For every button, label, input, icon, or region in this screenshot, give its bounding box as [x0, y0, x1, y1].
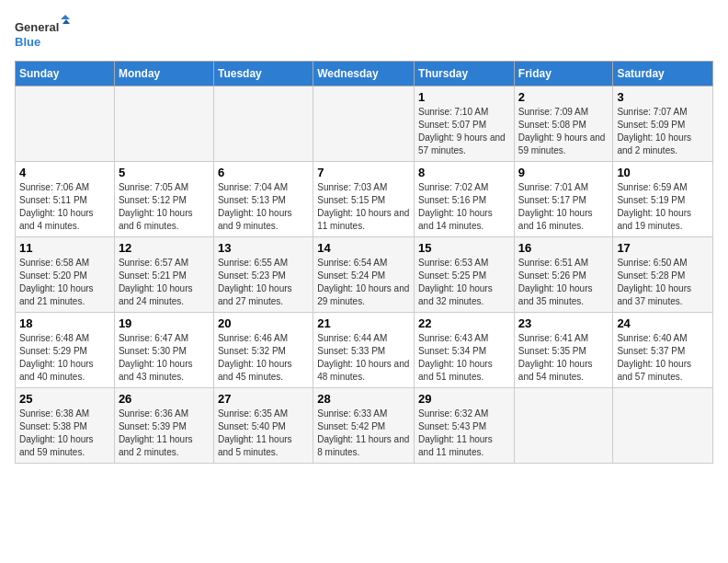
day-info: Sunrise: 6:40 AMSunset: 5:37 PMDaylight:… — [617, 332, 709, 384]
day-header-monday: Monday — [114, 62, 213, 86]
calendar-cell: 18Sunrise: 6:48 AMSunset: 5:29 PMDayligh… — [16, 313, 115, 388]
day-number: 2 — [518, 90, 609, 104]
day-number: 1 — [418, 90, 510, 104]
calendar-cell: 1Sunrise: 7:10 AMSunset: 5:07 PMDaylight… — [415, 86, 515, 162]
calendar-cell: 4Sunrise: 7:06 AMSunset: 5:11 PMDaylight… — [16, 162, 115, 237]
day-info: Sunrise: 6:54 AMSunset: 5:24 PMDaylight:… — [317, 257, 410, 308]
calendar-cell: 14Sunrise: 6:54 AMSunset: 5:24 PMDayligh… — [313, 237, 415, 313]
calendar-cell: 7Sunrise: 7:03 AMSunset: 5:15 PMDaylight… — [313, 162, 415, 237]
day-info: Sunrise: 6:47 AMSunset: 5:30 PMDaylight:… — [119, 332, 210, 384]
day-info: Sunrise: 7:03 AMSunset: 5:15 PMDaylight:… — [317, 181, 410, 233]
day-number: 7 — [317, 166, 410, 179]
calendar-cell: 3Sunrise: 7:07 AMSunset: 5:09 PMDaylight… — [613, 86, 713, 162]
calendar-cell: 25Sunrise: 6:38 AMSunset: 5:38 PMDayligh… — [16, 388, 115, 464]
day-number: 29 — [418, 392, 510, 406]
calendar-cell: 22Sunrise: 6:43 AMSunset: 5:34 PMDayligh… — [415, 313, 515, 388]
header-row: SundayMondayTuesdayWednesdayThursdayFrid… — [16, 62, 713, 86]
day-info: Sunrise: 6:46 AMSunset: 5:32 PMDaylight:… — [218, 332, 309, 384]
calendar-cell: 23Sunrise: 6:41 AMSunset: 5:35 PMDayligh… — [514, 313, 613, 388]
day-number: 19 — [119, 316, 210, 330]
day-info: Sunrise: 6:55 AMSunset: 5:23 PMDaylight:… — [218, 257, 309, 308]
calendar-cell: 15Sunrise: 6:53 AMSunset: 5:25 PMDayligh… — [415, 237, 515, 313]
svg-marker-2 — [61, 15, 70, 19]
calendar-cell — [213, 86, 313, 162]
day-number: 9 — [518, 166, 609, 179]
week-row-2: 4Sunrise: 7:06 AMSunset: 5:11 PMDaylight… — [16, 162, 713, 237]
day-info: Sunrise: 6:43 AMSunset: 5:34 PMDaylight:… — [418, 332, 510, 384]
calendar-cell: 11Sunrise: 6:58 AMSunset: 5:20 PMDayligh… — [16, 237, 115, 313]
calendar-cell: 19Sunrise: 6:47 AMSunset: 5:30 PMDayligh… — [114, 313, 213, 388]
calendar-cell: 27Sunrise: 6:35 AMSunset: 5:40 PMDayligh… — [213, 388, 313, 464]
day-info: Sunrise: 6:48 AMSunset: 5:29 PMDaylight:… — [19, 332, 110, 384]
calendar-cell: 29Sunrise: 6:32 AMSunset: 5:43 PMDayligh… — [415, 388, 515, 464]
day-header-tuesday: Tuesday — [213, 62, 313, 86]
day-info: Sunrise: 7:01 AMSunset: 5:17 PMDaylight:… — [518, 181, 609, 233]
day-header-friday: Friday — [514, 62, 613, 86]
day-number: 10 — [617, 166, 709, 179]
calendar-cell: 26Sunrise: 6:36 AMSunset: 5:39 PMDayligh… — [114, 388, 213, 464]
calendar-table: SundayMondayTuesdayWednesdayThursdayFrid… — [15, 61, 713, 464]
calendar-cell — [16, 86, 115, 162]
day-info: Sunrise: 6:53 AMSunset: 5:25 PMDaylight:… — [418, 257, 510, 308]
week-row-1: 1Sunrise: 7:10 AMSunset: 5:07 PMDaylight… — [16, 86, 713, 162]
day-info: Sunrise: 6:50 AMSunset: 5:28 PMDaylight:… — [617, 257, 709, 308]
day-info: Sunrise: 6:41 AMSunset: 5:35 PMDaylight:… — [518, 332, 609, 384]
day-number: 23 — [518, 316, 609, 330]
day-number: 12 — [119, 241, 210, 255]
day-info: Sunrise: 7:07 AMSunset: 5:09 PMDaylight:… — [617, 106, 709, 157]
day-number: 11 — [19, 241, 110, 255]
day-number: 17 — [617, 241, 709, 255]
svg-marker-3 — [63, 19, 70, 24]
day-info: Sunrise: 6:51 AMSunset: 5:26 PMDaylight:… — [518, 257, 609, 308]
week-row-4: 18Sunrise: 6:48 AMSunset: 5:29 PMDayligh… — [16, 313, 713, 388]
day-number: 21 — [317, 316, 410, 330]
day-info: Sunrise: 7:04 AMSunset: 5:13 PMDaylight:… — [218, 181, 309, 233]
day-number: 27 — [218, 392, 309, 406]
day-info: Sunrise: 6:59 AMSunset: 5:19 PMDaylight:… — [617, 181, 709, 233]
day-number: 15 — [418, 241, 510, 255]
day-info: Sunrise: 7:10 AMSunset: 5:07 PMDaylight:… — [418, 106, 510, 157]
day-number: 18 — [19, 316, 110, 330]
day-info: Sunrise: 6:32 AMSunset: 5:43 PMDaylight:… — [418, 408, 510, 459]
calendar-cell: 20Sunrise: 6:46 AMSunset: 5:32 PMDayligh… — [213, 313, 313, 388]
day-header-wednesday: Wednesday — [313, 62, 415, 86]
day-info: Sunrise: 6:44 AMSunset: 5:33 PMDaylight:… — [317, 332, 410, 384]
day-info: Sunrise: 6:33 AMSunset: 5:42 PMDaylight:… — [317, 408, 410, 459]
calendar-cell: 28Sunrise: 6:33 AMSunset: 5:42 PMDayligh… — [313, 388, 415, 464]
day-number: 20 — [218, 316, 309, 330]
header: General Blue — [15, 15, 713, 52]
day-number: 13 — [218, 241, 309, 255]
calendar-cell: 17Sunrise: 6:50 AMSunset: 5:28 PMDayligh… — [613, 237, 713, 313]
day-number: 6 — [218, 166, 309, 179]
calendar-cell: 6Sunrise: 7:04 AMSunset: 5:13 PMDaylight… — [213, 162, 313, 237]
day-info: Sunrise: 6:38 AMSunset: 5:38 PMDaylight:… — [19, 408, 110, 459]
day-info: Sunrise: 7:02 AMSunset: 5:16 PMDaylight:… — [418, 181, 510, 233]
calendar-cell: 2Sunrise: 7:09 AMSunset: 5:08 PMDaylight… — [514, 86, 613, 162]
logo-svg: General Blue — [15, 15, 70, 52]
svg-text:General: General — [15, 20, 59, 34]
day-number: 25 — [19, 392, 110, 406]
calendar-cell: 9Sunrise: 7:01 AMSunset: 5:17 PMDaylight… — [514, 162, 613, 237]
day-info: Sunrise: 6:58 AMSunset: 5:20 PMDaylight:… — [19, 257, 110, 308]
day-header-sunday: Sunday — [16, 62, 115, 86]
calendar-cell: 13Sunrise: 6:55 AMSunset: 5:23 PMDayligh… — [213, 237, 313, 313]
day-number: 16 — [518, 241, 609, 255]
calendar-cell: 24Sunrise: 6:40 AMSunset: 5:37 PMDayligh… — [613, 313, 713, 388]
calendar-cell: 8Sunrise: 7:02 AMSunset: 5:16 PMDaylight… — [415, 162, 515, 237]
day-info: Sunrise: 7:09 AMSunset: 5:08 PMDaylight:… — [518, 106, 609, 157]
day-number: 14 — [317, 241, 410, 255]
day-info: Sunrise: 7:05 AMSunset: 5:12 PMDaylight:… — [119, 181, 210, 233]
day-number: 5 — [119, 166, 210, 179]
calendar-cell — [613, 388, 713, 464]
calendar-cell — [114, 86, 213, 162]
calendar-cell — [313, 86, 415, 162]
day-info: Sunrise: 6:36 AMSunset: 5:39 PMDaylight:… — [119, 408, 210, 459]
day-info: Sunrise: 6:57 AMSunset: 5:21 PMDaylight:… — [119, 257, 210, 308]
day-number: 26 — [119, 392, 210, 406]
calendar-cell — [514, 388, 613, 464]
day-number: 8 — [418, 166, 510, 179]
day-header-thursday: Thursday — [415, 62, 515, 86]
day-number: 22 — [418, 316, 510, 330]
svg-text:Blue: Blue — [15, 35, 40, 49]
calendar-cell: 21Sunrise: 6:44 AMSunset: 5:33 PMDayligh… — [313, 313, 415, 388]
